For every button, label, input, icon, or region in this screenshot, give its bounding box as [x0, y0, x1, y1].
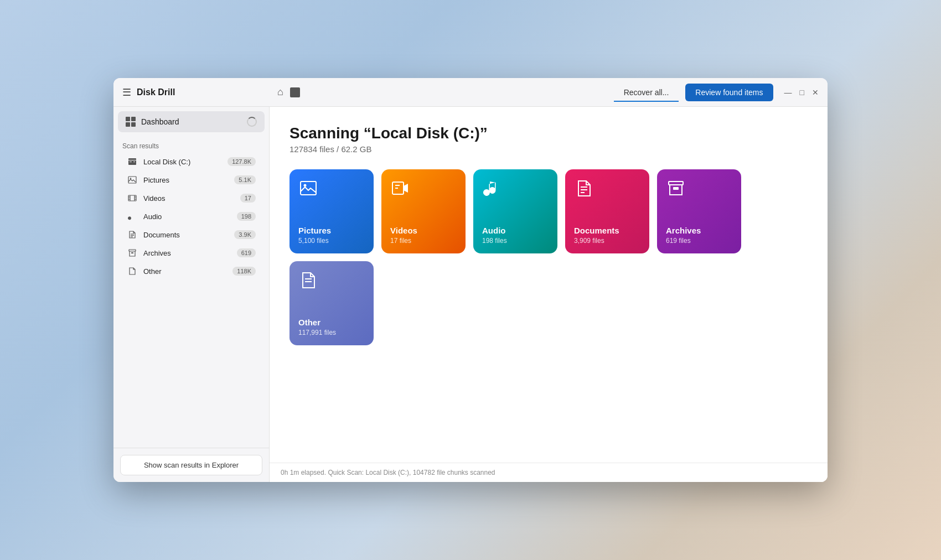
maximize-button[interactable]: □: [800, 89, 804, 96]
sidebar-item-count-videos: 17: [240, 194, 256, 203]
sidebar-item-archives[interactable]: Archives 619: [118, 244, 265, 262]
videos-card-icon: [391, 179, 409, 201]
documents-card-name: Documents: [574, 226, 619, 236]
svg-rect-0: [128, 177, 136, 183]
sidebar-item-documents[interactable]: Documents 3.9K: [118, 226, 265, 243]
status-text: 0h 1m elapsed. Quick Scan: Local Disk (C…: [281, 469, 495, 476]
category-grid: Pictures 5,100 files Videos 17 files: [289, 169, 808, 345]
svg-rect-23: [673, 187, 679, 190]
sidebar: Dashboard Scan results Local Disk (C:) 1…: [113, 107, 270, 482]
dashboard-nav-item[interactable]: Dashboard: [118, 111, 265, 132]
sidebar-item-audio[interactable]: Audio 198: [118, 208, 265, 225]
svg-rect-13: [131, 252, 133, 253]
title-bar-left: ☰ Disk Drill: [122, 86, 277, 98]
other-card-icon: [299, 271, 317, 293]
sidebar-item-count-other: 118K: [232, 267, 256, 276]
home-icon[interactable]: ⌂: [277, 86, 283, 98]
sidebar-item-videos[interactable]: Videos 17: [118, 189, 265, 207]
sidebar-item-name-videos: Videos: [143, 194, 240, 203]
sidebar-item-name-documents: Documents: [143, 231, 234, 239]
stop-icon[interactable]: [290, 87, 300, 97]
dashboard-item-left: Dashboard: [126, 117, 179, 127]
scan-results-label: Scan results: [113, 137, 269, 152]
category-card-videos[interactable]: Videos 17 files: [381, 169, 466, 253]
image-icon: [127, 175, 138, 184]
archives-card-name: Archives: [666, 226, 701, 236]
close-button[interactable]: ✕: [812, 89, 819, 96]
archives-card-count: 619 files: [666, 237, 691, 245]
page-title: Scanning “Local Disk (C:)”: [289, 125, 808, 142]
other-card-name: Other: [298, 318, 320, 328]
archives-card-icon: [667, 179, 685, 201]
recover-all-button[interactable]: Recover all...: [614, 84, 679, 101]
svg-rect-14: [301, 182, 316, 195]
category-card-other[interactable]: Other 117,991 files: [289, 261, 374, 345]
review-found-items-button[interactable]: Review found items: [685, 84, 773, 101]
title-bar-center: ⌂: [277, 86, 614, 98]
pictures-card-name: Pictures: [298, 226, 331, 236]
audio-card-name: Audio: [482, 226, 506, 236]
documents-card-count: 3,909 files: [574, 237, 604, 245]
category-card-audio[interactable]: Audio 198 files: [473, 169, 557, 253]
sidebar-item-name-audio: Audio: [143, 212, 237, 221]
sidebar-top: Dashboard Scan results Local Disk (C:) 1…: [113, 107, 269, 448]
sidebar-item-count-localdisk: 127.8K: [228, 157, 256, 166]
sidebar-item-other[interactable]: Other 118K: [118, 262, 265, 280]
pictures-card-count: 5,100 files: [298, 237, 329, 245]
title-bar: ☰ Disk Drill ⌂ Recover all... Review fou…: [113, 78, 828, 107]
sidebar-item-name-localdisk: Local Disk (C:): [143, 158, 228, 166]
app-title: Disk Drill: [137, 87, 175, 97]
film-icon: [127, 194, 138, 203]
archive-icon: [127, 248, 138, 257]
content-area: Scanning “Local Disk (C:)” 127834 files …: [270, 107, 828, 482]
audio-card-count: 198 files: [482, 237, 507, 245]
main-layout: Dashboard Scan results Local Disk (C:) 1…: [113, 107, 828, 482]
document-icon: [127, 230, 138, 239]
dashboard-label: Dashboard: [141, 117, 179, 126]
category-card-documents[interactable]: Documents 3,909 files: [565, 169, 649, 253]
show-scan-results-button[interactable]: Show scan results in Explorer: [120, 455, 262, 475]
svg-rect-22: [669, 182, 683, 185]
content-main: Scanning “Local Disk (C:)” 127834 files …: [270, 107, 828, 463]
svg-rect-2: [128, 195, 136, 201]
disk-icon: [127, 157, 138, 166]
sidebar-item-localdisk[interactable]: Local Disk (C:) 127.8K: [118, 153, 265, 170]
sidebar-item-pictures[interactable]: Pictures 5.1K: [118, 171, 265, 189]
sidebar-item-name-other: Other: [143, 267, 232, 276]
sidebar-bottom: Show scan results in Explorer: [113, 448, 269, 482]
menu-icon[interactable]: ☰: [122, 86, 131, 98]
title-bar-right: Recover all... Review found items — □ ✕: [614, 84, 819, 101]
grid-icon: [126, 117, 136, 127]
music-icon: [127, 212, 138, 221]
loading-spinner: [247, 117, 257, 127]
audio-card-icon: [483, 179, 501, 201]
category-card-archives[interactable]: Archives 619 files: [657, 169, 741, 253]
sidebar-item-count-audio: 198: [237, 212, 256, 221]
other-card-count: 117,991 files: [298, 329, 336, 336]
pictures-card-icon: [299, 179, 317, 201]
sidebar-item-count-documents: 3.9K: [234, 230, 256, 239]
file-icon: [127, 267, 138, 276]
category-card-pictures[interactable]: Pictures 5,100 files: [289, 169, 374, 253]
documents-card-icon: [575, 179, 593, 201]
svg-rect-12: [129, 250, 136, 251]
sidebar-item-count-archives: 619: [237, 248, 256, 257]
window-controls: — □ ✕: [784, 89, 819, 96]
status-bar: 0h 1m elapsed. Quick Scan: Local Disk (C…: [270, 463, 828, 482]
svg-point-15: [304, 184, 307, 187]
videos-card-name: Videos: [390, 226, 417, 236]
minimize-button[interactable]: —: [784, 89, 792, 96]
videos-card-count: 17 files: [390, 237, 411, 245]
sidebar-item-name-archives: Archives: [143, 249, 237, 257]
sidebar-item-count-pictures: 5.1K: [234, 175, 256, 184]
sidebar-item-name-pictures: Pictures: [143, 176, 234, 184]
page-subtitle: 127834 files / 62.2 GB: [289, 144, 808, 154]
app-window: ☰ Disk Drill ⌂ Recover all... Review fou…: [113, 78, 828, 482]
